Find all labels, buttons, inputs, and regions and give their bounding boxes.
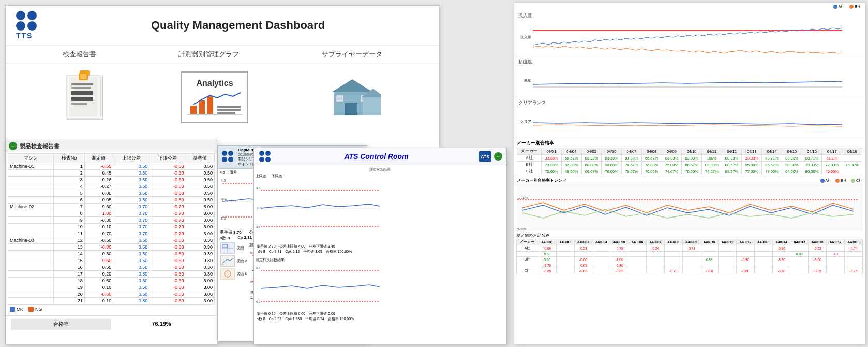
back-icon[interactable]: ← xyxy=(9,142,17,150)
inflow-y-labels: 流入量 xyxy=(518,35,531,40)
cell-no: 1 xyxy=(54,163,85,170)
val-row-a2: 8.63 6.09 -7.2 xyxy=(517,252,863,257)
drawing-item-1[interactable]: 図面 xyxy=(220,242,247,254)
logo-dot-4 xyxy=(27,21,37,31)
analytics-icon-btn[interactable]: Analytics xyxy=(181,71,248,123)
cell-no: 19 xyxy=(54,284,85,291)
trend-header: メーカー別合格率トレンド A社 B社 C社 xyxy=(517,178,862,183)
svg-rect-16 xyxy=(217,112,235,114)
svg-point-46 xyxy=(265,151,271,156)
cell-upper: 0.50 xyxy=(113,284,149,291)
cell-no: 7 xyxy=(54,204,85,210)
cell-base: 0.50 xyxy=(186,177,214,183)
table-row: 5 0.00 0.50 -0.50 0.50 xyxy=(8,190,215,197)
cell-val: -0.10 xyxy=(84,224,113,230)
val-col-14: A40014 xyxy=(772,239,790,245)
cell-upper: 0.50 xyxy=(113,237,149,244)
svg-rect-5 xyxy=(71,97,93,101)
cell-lower: -0.50 xyxy=(149,183,186,190)
trend-title: メーカー別合格率トレンド xyxy=(517,178,566,183)
cell-no: 15 xyxy=(54,257,85,264)
table-row: 6 0.05 0.50 -0.50 0.50 xyxy=(8,197,215,204)
cell-machine xyxy=(8,271,54,278)
cell-upper: 0.50 xyxy=(113,163,149,170)
ats-stat-row2: n数 8 Cp 2.31 Cpk 2.12 平均値 3.69 合格率 100.0… xyxy=(257,249,503,254)
tts-logo-text: TTS xyxy=(16,32,33,40)
cell-upper: 0.50 xyxy=(113,190,149,197)
inspection-report-window: ← 製品検査報告書 マシン 検査No 測定値 上限公差 下限公差 基準値 Mac… xyxy=(5,140,217,344)
cell-lower: -0.50 xyxy=(149,163,186,170)
mfr-row-a: A社 33.33% 66.67% 83.33% 83.33% 83.33% 66… xyxy=(517,155,862,162)
cell-lower: -0.50 xyxy=(149,251,186,257)
table-row: 10 -0.10 0.70 -0.70 3.00 xyxy=(8,224,215,230)
cell-val: 0.05 xyxy=(84,197,113,204)
table-row: 2 0.45 0.50 -0.50 0.50 xyxy=(8,170,215,177)
ats-main-chart: 4.5 3.5 平均 xyxy=(256,180,385,242)
clearance-section: クリアランス クリア xyxy=(514,97,865,138)
analytics-chart-svg xyxy=(186,90,243,116)
table-row: 16 0.50 0.50 -0.50 0.30 xyxy=(8,264,215,271)
inspection-icon-btn[interactable] xyxy=(64,73,106,122)
cell-lower: -0.70 xyxy=(149,224,186,230)
cell-lower: -0.50 xyxy=(149,264,186,271)
col-no: 検査No xyxy=(54,154,85,163)
svg-rect-8 xyxy=(80,74,86,79)
pass-rate-value: 76.19% xyxy=(111,319,212,330)
legend-a: A社 xyxy=(833,4,845,9)
cell-no: 3 xyxy=(54,177,85,183)
col-val: 測定値 xyxy=(84,154,113,163)
mfr-col-6: 04/08 xyxy=(641,148,662,155)
svg-point-24 xyxy=(222,151,227,156)
mfr-c-name: C社 xyxy=(517,168,542,175)
mfr-col-name: メーカー xyxy=(517,148,542,155)
stat-n: n数 8 xyxy=(220,235,230,241)
tab-supplier[interactable]: サプライヤーデータ xyxy=(322,50,382,59)
svg-point-48 xyxy=(265,157,271,162)
val-row-c: C社 -0.65 -0.68 -0.89 -0.79 -0.86 -0.80 -… xyxy=(517,268,863,274)
drawing-item-2[interactable]: 図面 a xyxy=(220,255,247,267)
trend-chart: 100.0% 40.0% xyxy=(517,184,862,230)
cell-machine xyxy=(8,183,54,190)
mfr-col-2: 04/04 xyxy=(561,148,581,155)
doc-svg xyxy=(64,73,106,122)
mfr-col-15: 04/17 xyxy=(822,148,842,155)
cell-lower: -0.50 xyxy=(149,237,186,244)
cell-lower: -0.50 xyxy=(149,284,186,291)
analytics-title: Analytics xyxy=(196,79,233,88)
drawing-icon-2 xyxy=(220,255,235,267)
table-row: 21 -0.10 0.50 -0.50 3.00 xyxy=(8,298,215,305)
tab-measurement[interactable]: 計測器別管理グラフ xyxy=(178,50,239,59)
cell-base: 0.30 xyxy=(186,237,214,244)
cell-upper: 0.50 xyxy=(113,183,149,190)
cell-base: 0.50 xyxy=(186,183,214,190)
trend-legend: A社 B社 C社 xyxy=(820,178,862,183)
top-legend: A社 B社 xyxy=(514,3,865,10)
svg-text:平均: 平均 xyxy=(221,198,228,202)
tab-inspection[interactable]: 検査報告書 xyxy=(63,50,96,59)
cell-machine xyxy=(8,257,54,264)
cell-base: 0.30 xyxy=(186,264,214,271)
table-row: 18 -0.50 0.50 -0.50 3.00 xyxy=(8,278,215,284)
cell-upper: 0.50 xyxy=(113,197,149,204)
trend-chart-svg: 100.0% 40.0% xyxy=(517,184,859,230)
cell-base: 0.50 xyxy=(186,190,214,197)
cell-upper: 0.50 xyxy=(113,251,149,257)
drawing-item-3[interactable]: 図面 b xyxy=(220,268,247,280)
cell-base: 0.50 xyxy=(186,197,214,204)
trend-legend-a: A社 xyxy=(820,178,832,183)
cell-val: 0.10 xyxy=(84,284,113,291)
ok-color xyxy=(10,307,15,312)
cell-base: 3.00 xyxy=(186,224,214,230)
svg-point-27 xyxy=(228,157,233,162)
val-col-12: A40012 xyxy=(737,239,755,245)
ats-back-icon[interactable]: ← xyxy=(494,152,502,161)
cell-no: 12 xyxy=(54,237,85,244)
trend-legend-b: B社 xyxy=(835,178,847,183)
ats-content: 測CAD結果 上限差 下限差 4.5 3.5 平均 準手値 3.70 公差上限値… xyxy=(254,165,506,344)
cell-machine xyxy=(8,278,54,284)
warehouse-icon-btn[interactable] xyxy=(324,74,381,121)
document-icon xyxy=(64,73,106,122)
ats-upper-label: 上限差 xyxy=(256,174,266,179)
ats-title: ATS Control Room xyxy=(274,152,479,161)
cell-base: 0.50 xyxy=(186,170,214,177)
